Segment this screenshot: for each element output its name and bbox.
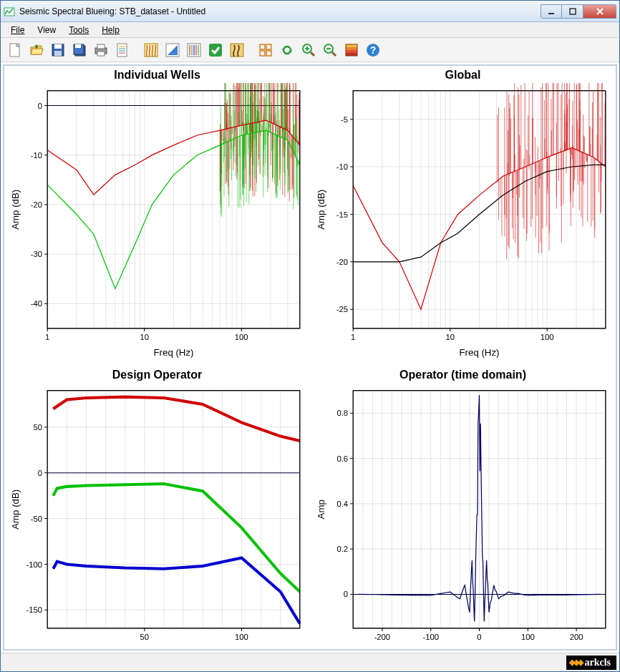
svg-text:Amp: Amp [316,500,326,519]
svg-text:-30: -30 [31,250,42,258]
titlebar: Seismic Spectral Blueing: STB_dataset - … [1,1,619,22]
svg-line-43 [332,52,336,56]
svg-text:50: 50 [140,633,150,642]
svg-text:0.2: 0.2 [336,545,348,554]
grid-button[interactable] [256,40,276,60]
svg-text:50: 50 [34,423,42,432]
svg-text:-100: -100 [26,560,43,569]
svg-text:-50: -50 [31,515,42,523]
save-button[interactable] [48,40,68,60]
menu-file[interactable]: File [5,24,30,36]
svg-rect-15 [97,52,105,56]
svg-text:0.4: 0.4 [336,500,348,508]
panel1-button[interactable] [141,40,161,60]
svg-text:0: 0 [38,102,42,110]
svg-rect-35 [266,51,271,56]
svg-rect-46 [346,47,357,50]
menu-help[interactable]: Help [96,24,125,36]
svg-text:-25: -25 [336,305,348,313]
svg-text:10: 10 [445,333,455,341]
seismic-icon [143,42,159,58]
svg-text:200: 200 [570,633,583,642]
chart-canvas[interactable]: -40-30-20-100110100Freq (Hz)Amp (dB) [7,83,307,361]
toolbar: ? [1,38,619,62]
minimize-button[interactable] [541,4,562,19]
svg-text:0: 0 [477,633,481,642]
svg-text:Freq (Hz): Freq (Hz) [459,347,499,358]
print-icon [93,42,109,58]
close-button[interactable] [583,4,616,19]
panel5-button[interactable] [227,40,247,60]
chart-canvas[interactable]: -25-20-15-10-5110100Freq (Hz)Amp (dB) [313,83,613,361]
open-button[interactable] [26,40,47,60]
app-window: Seismic Spectral Blueing: STB_dataset - … [0,0,620,672]
menu-tools[interactable]: Tools [63,24,95,36]
colors-button[interactable] [342,40,362,60]
svg-rect-34 [260,51,265,56]
svg-rect-47 [346,50,357,53]
print-button[interactable] [91,40,111,60]
svg-rect-45 [346,44,357,47]
svg-rect-8 [54,44,62,49]
statusbar: ◆◆◆ arkcls [1,653,619,671]
svg-text:?: ? [370,44,377,56]
svg-text:Freq (Hz): Freq (Hz) [153,347,193,358]
chart-canvas[interactable]: -150-100-5005050100Freq (Hz)Amp (dB) [7,383,307,651]
panel2-button[interactable] [163,40,183,60]
chart-operator-time: Operator (time domain) 00.20.40.60.8-200… [313,369,613,651]
chart-canvas[interactable]: 00.20.40.60.8-200-1000100200Time (ms)Amp [313,383,613,651]
svg-text:0: 0 [38,469,42,477]
svg-text:-10: -10 [336,162,348,171]
svg-text:0.8: 0.8 [336,409,348,418]
svg-rect-32 [260,44,265,49]
panel4-button[interactable] [205,40,226,60]
grid-icon [258,42,273,58]
svg-rect-687 [47,391,300,628]
panel3-button[interactable] [184,40,204,60]
menubar: File View Tools Help [1,22,619,38]
svg-text:-20: -20 [31,200,42,209]
app-icon [4,6,15,17]
new-button[interactable] [5,40,25,60]
svg-text:-100: -100 [422,633,439,642]
svg-text:100: 100 [235,633,248,642]
zoom-in-icon [301,42,316,58]
client-area: Individual Wells -40-30-20-100110100Freq… [3,64,617,651]
help-button[interactable]: ? [363,40,383,60]
chart-global: Global -25-20-15-10-5110100Freq (Hz)Amp … [313,69,613,363]
refresh-button[interactable] [277,40,297,60]
svg-rect-2 [570,9,576,14]
svg-text:-150: -150 [26,606,43,615]
svg-rect-30 [209,44,222,57]
maximize-button[interactable] [562,4,583,19]
svg-text:-5: -5 [341,115,348,124]
menu-view[interactable]: View [32,24,62,36]
color-stack-icon [344,42,359,58]
svg-rect-14 [97,44,105,49]
save-icon [50,42,66,58]
zoomout-button[interactable] [320,40,340,60]
svg-text:Freq (Hz): Freq (Hz) [153,647,193,651]
saveall-button[interactable] [69,40,89,60]
zoom-out-icon [322,42,338,58]
brand-logo: ◆◆◆ arkcls [566,656,616,670]
svg-rect-31 [231,44,243,57]
svg-line-39 [311,52,314,56]
svg-text:1: 1 [351,333,355,341]
seismic2-icon [229,42,245,58]
chart-title: Operator (time domain) [313,369,613,381]
svg-text:-40: -40 [31,299,42,308]
refresh-icon [279,42,295,58]
chart-title: Individual Wells [7,69,307,82]
zoomin-button[interactable] [299,40,319,60]
svg-rect-12 [75,44,81,48]
help-icon: ? [365,42,381,58]
svg-text:100: 100 [541,333,554,341]
save-all-icon [72,42,87,58]
svg-text:100: 100 [235,333,248,341]
svg-text:-15: -15 [336,210,348,219]
svg-text:0.6: 0.6 [336,454,348,463]
page-setup-button[interactable] [112,40,132,60]
window-title: Seismic Spectral Blueing: STB_dataset - … [19,6,541,16]
chart-title: Design Operator [7,369,307,381]
